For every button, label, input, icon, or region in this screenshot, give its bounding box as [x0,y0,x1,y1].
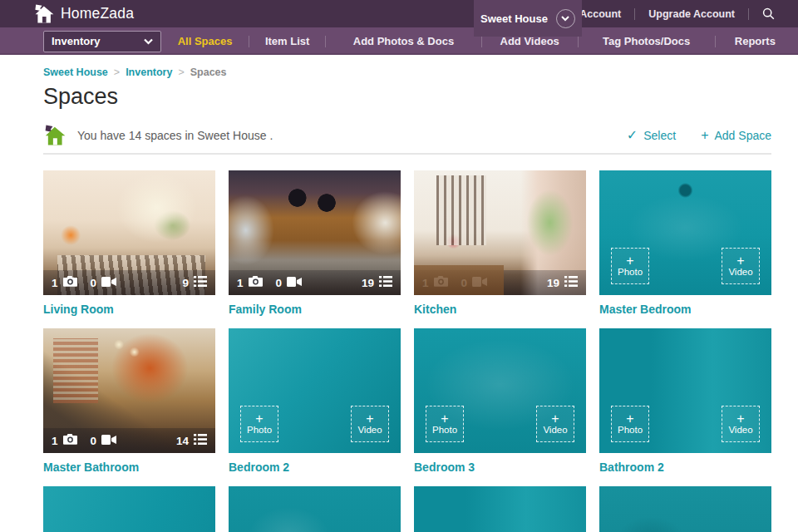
add-photo-label: Photo [432,425,457,435]
space-card [229,486,401,532]
video-count: 0 [91,435,117,447]
divider [43,153,771,155]
add-video-label: Video [728,425,752,435]
space-name-link[interactable]: Bedroom 3 [414,461,586,474]
camera-icon [249,276,263,289]
nav-item-item-list[interactable]: Item List [249,27,325,55]
nav-item-reports[interactable]: Reports [716,27,795,55]
space-thumbnail[interactable]: 1 0 14 [43,328,215,453]
video-camera-icon [101,435,116,447]
space-thumbnail[interactable]: +Photo+Video [599,170,771,295]
breadcrumb-separator: > [178,66,184,78]
space-name-link[interactable]: Living Room [43,303,215,316]
media-count-bar: 1 0 19 [414,270,586,295]
chevron-down-icon [556,9,575,28]
plus-icon: + [255,413,263,424]
space-thumbnail[interactable] [599,486,771,532]
space-card: +Photo+VideoBedroom 2 [229,328,401,486]
add-space-button[interactable]: + Add Space [701,129,771,142]
space-thumbnail[interactable]: +Photo+Video [229,328,401,453]
upgrade-account-link[interactable]: Upgrade Account [648,8,735,20]
inventory-nav: Inventory All Spaces Item List Add Photo… [0,27,798,55]
breadcrumb-separator: > [114,66,120,78]
inventory-dropdown[interactable]: Inventory [43,31,161,52]
item-count[interactable]: 19 [547,276,578,289]
account-links: My Account Upgrade Account [563,0,775,27]
space-card [414,486,586,532]
space-thumbnail[interactable] [43,486,215,532]
space-thumbnail[interactable] [229,486,401,532]
item-count[interactable]: 19 [362,276,392,289]
space-thumbnail[interactable]: 1 0 9 [43,170,215,295]
space-card: 1 0 19 Family Room [229,170,401,328]
add-video-label: Video [728,267,752,277]
property-selector-label: Sweet House [480,12,548,25]
add-video-button[interactable]: +Video [722,248,760,284]
list-icon [194,434,207,447]
nav-item-all-spaces[interactable]: All Spaces [161,27,249,55]
list-icon [194,276,207,289]
homezada-logo[interactable]: HomeZada [33,0,134,27]
top-header: HomeZada Sweet House My Account Upgrade … [0,0,798,27]
media-count-bar: 1 0 9 [43,270,215,295]
add-video-button[interactable]: +Video [351,406,389,442]
search-icon[interactable] [762,7,775,20]
breadcrumb-spaces: Spaces [190,66,227,78]
space-card: +Photo+VideoBathroom 2 [599,328,771,486]
add-photo-button[interactable]: +Photo [611,406,649,442]
plus-icon: + [736,255,744,266]
add-video-button[interactable]: +Video [722,406,760,442]
space-card: +Photo+VideoMaster Bedroom [599,170,771,328]
property-selector[interactable]: Sweet House [474,0,582,37]
space-thumbnail[interactable]: 1 0 19 [229,170,401,295]
space-thumbnail[interactable] [414,486,586,532]
list-icon [379,276,392,289]
add-photo-button[interactable]: +Photo [426,406,464,442]
space-name-link[interactable]: Bathroom 2 [599,461,771,474]
nav-item-add-photos-docs[interactable]: Add Photos & Docs [326,27,481,55]
add-photo-button[interactable]: +Photo [240,406,278,442]
item-count[interactable]: 9 [182,276,207,289]
video-camera-icon [101,277,116,289]
separator [748,8,749,20]
camera-icon [63,276,77,289]
video-camera-icon [287,277,302,289]
camera-icon [63,434,77,447]
add-video-button[interactable]: +Video [536,406,574,442]
space-card: 1 0 9 Living Room [43,170,215,328]
add-video-label: Video [543,425,567,435]
space-card: 1 0 14 Master Bathroom [43,328,215,486]
add-photo-button[interactable]: +Photo [611,248,649,284]
space-card: +Photo+VideoBedroom 3 [414,328,586,486]
space-name-link[interactable]: Master Bedroom [599,303,771,316]
main-content: Sweet House > Inventory > Spaces Spaces … [0,55,798,532]
spaces-summary-text: You have 14 spaces in Sweet House . [77,129,273,142]
chevron-down-icon [144,38,153,45]
video-count: 0 [91,277,117,289]
plus-icon: + [736,413,744,424]
space-card [599,486,771,532]
select-button[interactable]: ✓ Select [627,129,676,142]
plus-icon: + [441,413,448,424]
space-thumbnail[interactable]: 1 0 19 [414,170,586,295]
media-count-bar: 1 0 14 [43,428,215,453]
plus-icon: + [626,255,633,266]
video-count: 0 [276,277,303,289]
green-house-icon [43,125,66,145]
space-name-link[interactable]: Kitchen [414,303,586,316]
video-count: 0 [461,277,488,289]
summary-row: You have 14 spaces in Sweet House . ✓ Se… [43,125,771,145]
camera-icon [434,276,448,289]
page-actions: ✓ Select + Add Space [627,129,771,142]
spaces-grid: 1 0 9 Living Room1 0 19 Family Room1 0 1… [43,170,771,532]
nav-item-tag-photos-docs[interactable]: Tag Photos/Docs [579,27,715,55]
item-count[interactable]: 14 [176,434,207,447]
breadcrumb-sweet-house[interactable]: Sweet House [43,66,108,78]
breadcrumb-inventory[interactable]: Inventory [126,66,172,78]
space-name-link[interactable]: Master Bathroom [43,461,215,474]
space-name-link[interactable]: Bedroom 2 [229,461,401,474]
photo-count: 1 [237,276,263,289]
space-thumbnail[interactable]: +Photo+Video [599,328,771,453]
space-thumbnail[interactable]: +Photo+Video [414,328,586,453]
space-name-link[interactable]: Family Room [229,303,401,316]
